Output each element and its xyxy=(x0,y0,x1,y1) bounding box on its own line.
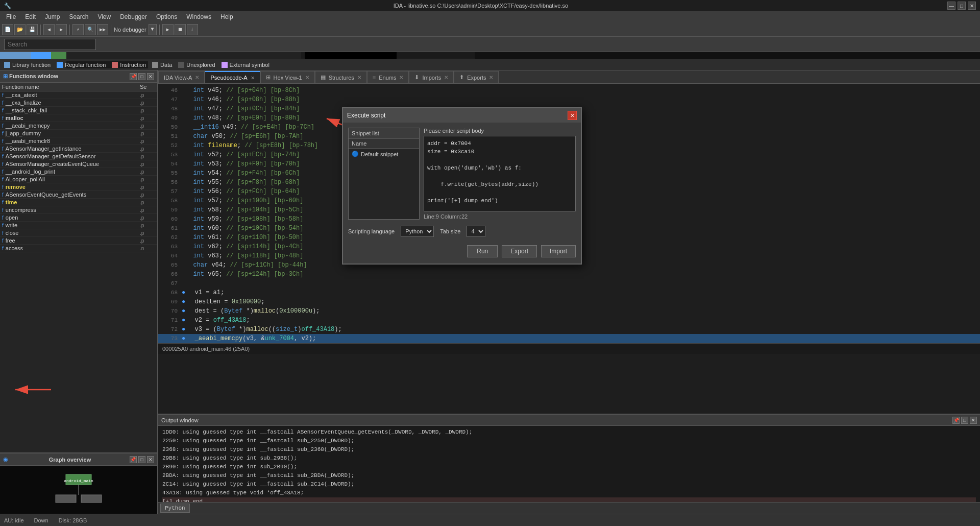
close-button[interactable]: ✕ xyxy=(968,2,976,10)
code-line-72[interactable]: 72 ● v3 = (Bytef *)malloc((size_t)off_43… xyxy=(158,325,980,334)
func-item-open[interactable]: f open .p xyxy=(0,214,157,222)
func-icon: f xyxy=(2,184,4,190)
menu-options[interactable]: Options xyxy=(152,12,181,21)
func-item-write[interactable]: f write .p xyxy=(0,222,157,229)
toolbar-btn4[interactable]: 🔍 xyxy=(85,24,96,35)
output-close-btn[interactable]: ✕ xyxy=(970,417,977,424)
tab-exports-close[interactable]: ✕ xyxy=(489,75,493,80)
output-controls: 📌 □ ✕ xyxy=(952,417,977,424)
tab-size-select[interactable]: 4 2 8 xyxy=(467,226,485,237)
tab-pseudocode-close[interactable]: ✕ xyxy=(251,75,255,81)
toolbar-debug-step[interactable]: ↓ xyxy=(187,24,198,35)
func-item-memcpy[interactable]: f __aeabi_memcpy .p xyxy=(0,122,157,130)
graph-close-btn[interactable]: ✕ xyxy=(147,456,154,463)
tab-enums-close[interactable]: ✕ xyxy=(399,75,403,80)
func-item-sensor-getinstance[interactable]: f ASensorManager_getInstance .p xyxy=(0,145,157,153)
code-line-70[interactable]: 70 ● dest = (Bytef *)malloc(0x100000u); xyxy=(158,306,980,316)
func-item-time[interactable]: f time .p xyxy=(0,199,157,206)
functions-pin-btn[interactable]: 📌 xyxy=(130,73,137,80)
graph-float-btn[interactable]: □ xyxy=(138,456,145,463)
maximize-button[interactable]: □ xyxy=(958,2,966,10)
code-line-73[interactable]: 73 ● _aeabi_memcpy(v3, &unk_7004, v2); xyxy=(158,334,980,343)
functions-float-btn[interactable]: □ xyxy=(138,73,145,80)
func-item-access[interactable]: f access .n xyxy=(0,245,157,252)
debugger-dropdown[interactable]: ▼ xyxy=(149,24,157,35)
dialog-close-button[interactable]: ✕ xyxy=(568,111,577,120)
menu-view[interactable]: View xyxy=(93,12,115,21)
default-snippet-item[interactable]: 🔵 Default snippet xyxy=(349,149,419,159)
tab-enums[interactable]: ≡ Enums ✕ xyxy=(367,71,409,83)
legend-data: Data xyxy=(152,62,172,68)
graph-canvas[interactable]: android_main xyxy=(0,466,157,514)
toolbar-new[interactable]: 📄 xyxy=(2,24,13,35)
toolbar-btn5[interactable]: ▶▶ xyxy=(97,24,108,35)
func-item-sensor-default[interactable]: f ASensorManager_getDefaultSensor .p xyxy=(0,153,157,160)
func-item-getevents[interactable]: f ASensorEventQueue_getEvents .p xyxy=(0,191,157,199)
toolbar-debug-run[interactable]: ▶ xyxy=(162,24,174,35)
toolbar-save[interactable]: 💾 xyxy=(27,24,38,35)
func-item-sensor-createqueue[interactable]: f ASensorManager_createEventQueue .p xyxy=(0,160,157,168)
tab-imports[interactable]: ⬇ Imports ✕ xyxy=(409,71,454,83)
script-body-label: Please enter script body xyxy=(424,128,576,134)
functions-close-btn[interactable]: ✕ xyxy=(147,73,154,80)
code-text: v56; // [sp+FCh] [bp-64h] xyxy=(204,187,300,196)
toolbar-back[interactable]: ◀ xyxy=(43,24,55,35)
func-item-malloc[interactable]: f malloc .p xyxy=(0,114,157,122)
run-button[interactable]: Run xyxy=(467,245,498,257)
output-float-btn[interactable]: □ xyxy=(961,417,968,424)
menu-debugger[interactable]: Debugger xyxy=(116,12,151,21)
code-line-47[interactable]: 47 int v46; // [sp+08h] [bp-88h] xyxy=(158,95,980,104)
tab-exports[interactable]: ⬆ Exports ✕ xyxy=(454,71,499,83)
func-item-remove[interactable]: f remove .p xyxy=(0,183,157,191)
tab-imports-close[interactable]: ✕ xyxy=(444,75,448,80)
func-item-app-dummy[interactable]: f j_app_dummy .p xyxy=(0,130,157,137)
func-item-memclr8[interactable]: f __aeabi_memclr8 .p xyxy=(0,137,157,145)
tab-structures[interactable]: ▦ Structures ✕ xyxy=(315,71,367,83)
code-line-68[interactable]: 68 ● v1 = a1; xyxy=(158,288,980,297)
graph-pin-btn[interactable]: 📌 xyxy=(130,456,137,463)
minimize-button[interactable]: — xyxy=(947,2,955,10)
tab-pseudocode[interactable]: Pseudocode-A ✕ xyxy=(205,71,260,83)
menu-windows[interactable]: Windows xyxy=(182,12,215,21)
import-button[interactable]: Import xyxy=(541,245,576,257)
func-item-free[interactable]: f free .p xyxy=(0,237,157,245)
output-content[interactable]: 1DD0: using guessed type int __fastcall … xyxy=(158,426,980,502)
menu-help[interactable]: Help xyxy=(216,12,237,21)
search-input[interactable] xyxy=(4,39,96,50)
legend-unexplored: Unexplored xyxy=(178,62,215,68)
func-item-cxa-finalize[interactable]: f __cxa_finalize .p xyxy=(0,99,157,107)
tab-structures-close[interactable]: ✕ xyxy=(357,75,361,80)
menu-jump[interactable]: Jump xyxy=(41,12,64,21)
code-line-46[interactable]: 46 int v45; // [sp+04h] [bp-8Ch] xyxy=(158,86,980,95)
python-tab[interactable]: Python xyxy=(160,504,190,513)
toolbar-forward[interactable]: ▶ xyxy=(56,24,67,35)
func-item-uncompress[interactable]: f uncompress .p xyxy=(0,206,157,214)
menu-search[interactable]: Search xyxy=(65,12,92,21)
code-line-69[interactable]: 69 ● destLen = 0x100000; xyxy=(158,297,980,306)
func-item-log-print[interactable]: f __android_log_print .p xyxy=(0,168,157,176)
code-line-66[interactable]: 66 int v65; // [sp+124h] [bp-3Ch] xyxy=(158,270,980,279)
tab-hex-view-close[interactable]: ✕ xyxy=(305,75,309,80)
menu-edit[interactable]: Edit xyxy=(21,12,40,21)
output-pin-btn[interactable]: 📌 xyxy=(952,417,960,424)
func-item-looper[interactable]: f ALooper_pollAll .p xyxy=(0,176,157,183)
func-item-close[interactable]: f close .p xyxy=(0,229,157,237)
tab-ida-view[interactable]: IDA View-A ✕ xyxy=(158,71,205,83)
func-item-cxa-atexit[interactable]: f __cxa_atexit .p xyxy=(0,91,157,99)
tab-imports-icon: ⬇ xyxy=(414,74,419,81)
toolbar-btn3[interactable]: ⚡ xyxy=(72,24,84,35)
func-seg: .p xyxy=(140,92,155,98)
func-item-stack-chk[interactable]: f __stack_chk_fail .p xyxy=(0,107,157,114)
menu-file[interactable]: File xyxy=(2,12,20,21)
script-textarea[interactable]: addr = 0x7004 size = 0x3ca10 with open('… xyxy=(424,136,576,211)
export-button[interactable]: Export xyxy=(502,245,537,257)
toolbar-open[interactable]: 📂 xyxy=(14,24,26,35)
func-icon: f xyxy=(2,238,4,244)
functions-list[interactable]: f __cxa_atexit .p f __cxa_finalize .p f … xyxy=(0,91,157,452)
toolbar-debug-stop[interactable]: ⏹ xyxy=(175,24,186,35)
tab-hex-view[interactable]: ⊞ Hex View-1 ✕ xyxy=(260,71,315,83)
scripting-language-select[interactable]: Python IDC xyxy=(401,226,434,237)
legend-instruction: Instruction xyxy=(112,62,146,68)
code-line-71[interactable]: 71 ● v2 = off_43A18; xyxy=(158,316,980,325)
tab-ida-view-close[interactable]: ✕ xyxy=(195,75,199,80)
